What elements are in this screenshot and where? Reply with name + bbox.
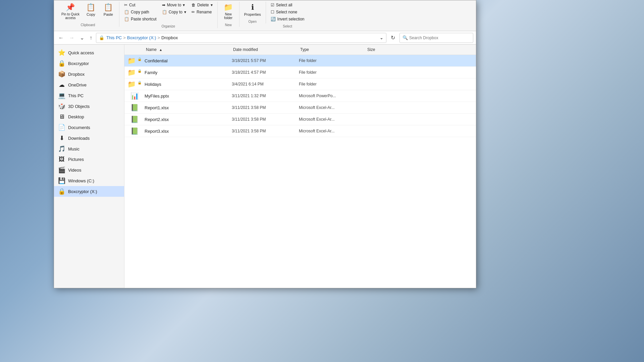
select-none-icon: ☐ [271,10,274,14]
move-to-icon: ➡ [162,3,165,7]
lock-icon-confidential: 🔒 [138,57,142,61]
col-date-sort[interactable]: Date modified [232,47,259,53]
file-name-report1-xlsx: Report1.xlsx [145,105,232,110]
select-all-button[interactable]: ☑ Select all [269,2,307,8]
col-type-sort[interactable]: Type [299,47,310,53]
search-icon: 🔍 [402,35,408,40]
file-row-family[interactable]: 📁 🔒 Family 3/18/2021 4:57 PM File folder [124,67,476,78]
sidebar-icon-documents: 📄 [58,124,65,131]
rename-icon: ✏ [192,10,195,14]
file-icon-report3-xlsx: 📗 [124,127,145,135]
file-icon-confidential: 📁 🔒 [124,57,145,65]
sidebar-item-quick-access[interactable]: ⭐Quick access [54,47,124,58]
organize-group-2: ➡ Move to ▾ 📋 Copy to ▾ [160,2,188,15]
col-date-label: Date modified [233,47,258,52]
sidebar-label-desktop: Desktop [68,114,84,119]
file-type-report1-xlsx: Microsoft Excel-Ar... [299,105,366,110]
file-date-myfiles-pptx: 3/11/2021 1:32 PM [232,94,299,98]
sidebar-label-boxcryptor: Boxcryptor [68,61,89,66]
new-folder-icon: 📁 [224,3,233,12]
copy-button[interactable]: 📋 Copy [83,2,99,18]
copy-to-button[interactable]: 📋 Copy to ▾ [160,9,188,15]
main-content: ⭐Quick access🔒Boxcryptor📦Dropbox☁OneDriv… [54,45,476,288]
paste-button[interactable]: 📋 Paste [100,2,116,18]
breadcrumb-chevron[interactable]: ⌄ [380,35,383,40]
invert-selection-button[interactable]: 🔄 Invert selection [269,16,307,22]
col-name-label: Name [146,47,157,52]
file-name-family: Family [145,70,232,75]
clipboard-label: Clipboard [81,23,95,27]
recent-locations-button[interactable]: ⌄ [78,34,86,42]
explorer-window: 📌 Pin to Quick access 📋 Copy 📋 Paste Cli… [54,0,476,288]
delete-chevron: ▾ [211,3,213,7]
sidebar-item-videos[interactable]: 🎬Videos [54,165,124,175]
sidebar-icon-boxcryptor: 🔒 [58,60,65,67]
breadcrumb[interactable]: 🔒 This PC > Boxcryptor (X:) > Dropbox ⌄ [96,33,386,43]
sidebar-item-boxcryptor-x[interactable]: 🔒Boxcryptor (X:) [54,186,124,197]
rename-button[interactable]: ✏ Rename [190,9,215,15]
move-to-chevron: ▾ [183,3,185,7]
file-icon-family: 📁 🔒 [124,68,145,76]
file-row-confidential[interactable]: 📁 🔒 Confidential 3/18/2021 5:57 PM File … [124,55,476,67]
file-icon-myfiles-pptx: 📊 [124,92,145,100]
open-label: Open [249,20,257,23]
file-row-holidays[interactable]: 📁 🔒 Holidays 3/4/2021 6:14 PM File folde… [124,78,476,90]
col-name-sort[interactable]: Name ▲ [145,47,164,53]
sidebar-item-music[interactable]: 🎵Music [54,143,124,154]
clipboard-items: 📌 Pin to Quick access 📋 Copy 📋 Paste [59,2,116,21]
invert-selection-icon: 🔄 [271,17,276,21]
sidebar-item-documents[interactable]: 📄Documents [54,122,124,133]
breadcrumb-this-pc[interactable]: This PC [106,35,122,40]
file-list-container: Name ▲ Date modified Type Size [124,45,476,288]
file-icon-glyph-report1-xlsx: 📗 [130,104,139,111]
sidebar-icon-downloads: ⬇ [58,134,65,142]
breadcrumb-icon: 🔒 [99,35,104,40]
sidebar-item-boxcryptor[interactable]: 🔒Boxcryptor [54,58,124,69]
cut-icon: ✂ [124,3,127,7]
file-date-holidays: 3/4/2021 6:14 PM [232,82,299,86]
sidebar-icon-boxcryptor-x: 🔒 [58,188,65,195]
file-row-report2-xlsx[interactable]: 📗 Report2.xlsx 3/11/2021 3:58 PM Microso… [124,114,476,125]
sidebar-item-3d-objects[interactable]: 🎲3D Objects [54,101,124,112]
forward-button[interactable]: → [67,34,76,42]
sidebar-item-windows-c[interactable]: 💾Windows (C:) [54,175,124,186]
sidebar-item-pictures[interactable]: 🖼Pictures [54,154,124,165]
search-input[interactable] [409,36,470,40]
sidebar-icon-this-pc: 💻 [58,92,65,99]
delete-label: Delete [197,3,209,7]
sidebar-item-dropbox[interactable]: 📦Dropbox [54,69,124,79]
pin-quick-access-button[interactable]: 📌 Pin to Quick access [59,2,82,21]
sidebar-item-onedrive[interactable]: ☁OneDrive [54,79,124,90]
up-button[interactable]: ↑ [88,34,94,42]
sidebar-item-this-pc[interactable]: 💻This PC [54,90,124,101]
file-icon-report1-xlsx: 📗 [124,104,145,112]
move-to-button[interactable]: ➡ Move to ▾ [160,2,188,8]
file-row-report3-xlsx[interactable]: 📗 Report3.xlsx 3/11/2021 3:58 PM Microso… [124,125,476,137]
delete-button[interactable]: 🗑 Delete ▾ [190,2,215,8]
open-items: ℹ Properties [242,2,263,18]
file-icon-glyph-report3-xlsx: 📗 [130,127,139,135]
cut-button[interactable]: ✂ Cut [122,2,159,8]
rename-label: Rename [197,10,212,14]
properties-button[interactable]: ℹ Properties [242,2,263,18]
pin-label: Pin to Quick access [61,12,79,20]
sidebar-label-3d-objects: 3D Objects [68,104,90,109]
file-row-report1-xlsx[interactable]: 📗 Report1.xlsx 3/11/2021 3:58 PM Microso… [124,102,476,114]
copy-path-button[interactable]: 📋 Copy path [122,9,159,15]
file-date-report1-xlsx: 3/11/2021 3:58 PM [232,105,299,110]
refresh-button[interactable]: ↻ [388,33,397,42]
properties-label: Properties [244,12,261,16]
breadcrumb-boxcryptor[interactable]: Boxcryptor (X:) [127,35,156,40]
search-bar: 🔍 [399,33,473,43]
file-list-header: Name ▲ Date modified Type Size [124,45,476,55]
file-row-myfiles-pptx[interactable]: 📊 MyFiles.pptx 3/11/2021 1:32 PM Microso… [124,90,476,102]
col-size-sort[interactable]: Size [366,47,376,53]
paste-shortcut-button[interactable]: 📋 Paste shortcut [122,16,159,22]
select-none-button[interactable]: ☐ Select none [269,9,307,15]
address-bar: ← → ⌄ ↑ 🔒 This PC > Boxcryptor (X:) > Dr… [54,31,476,45]
sidebar-item-desktop[interactable]: 🖥Desktop [54,112,124,122]
sidebar-icon-windows-c: 💾 [58,177,65,184]
back-button[interactable]: ← [57,34,65,42]
new-folder-button[interactable]: 📁 New folder [220,2,236,21]
sidebar-item-downloads[interactable]: ⬇Downloads [54,133,124,143]
